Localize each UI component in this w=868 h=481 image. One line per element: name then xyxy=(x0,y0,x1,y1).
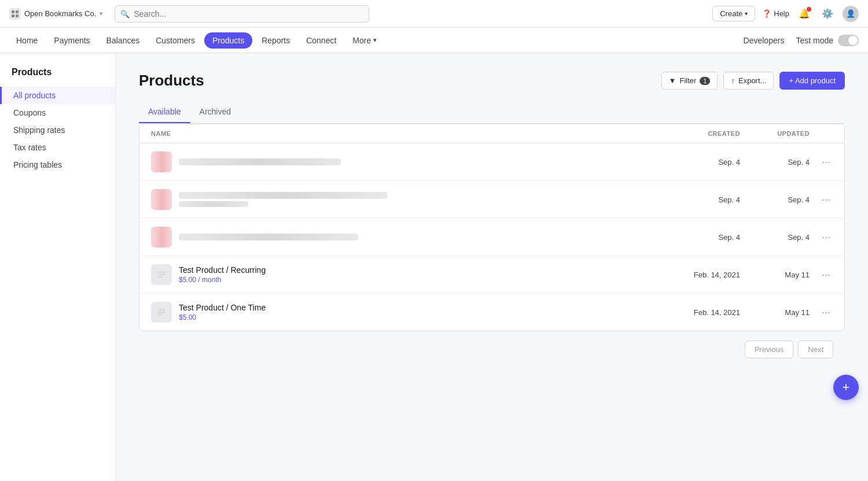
nav-item-reports[interactable]: Reports xyxy=(255,30,297,51)
row-thumbnail xyxy=(151,302,172,323)
row-created: Feb. 14, 2021 xyxy=(671,271,740,279)
pagination: Previous Next xyxy=(139,331,845,368)
header-actions: ▼ Filter 1 ↑ Export... + Add product xyxy=(661,72,845,90)
content-area: Products ▼ Filter 1 ↑ Export... + Add pr… xyxy=(116,53,868,481)
secondnav-right: Developers Test mode xyxy=(744,35,859,46)
avatar[interactable]: 👤 xyxy=(843,6,859,22)
floating-add-button[interactable]: + xyxy=(833,375,859,400)
page-title: Products xyxy=(139,72,204,90)
nav-item-connect[interactable]: Connect xyxy=(299,30,343,51)
blurred-name-3 xyxy=(179,234,358,240)
row-thumbnail xyxy=(151,189,172,210)
brand-icon xyxy=(9,8,21,20)
developers-link[interactable]: Developers xyxy=(744,36,785,45)
create-chevron-icon: ▾ xyxy=(745,10,748,17)
brand[interactable]: Open Bookmarks Co. ▾ xyxy=(9,8,103,20)
row-created: Sep. 4 xyxy=(671,195,740,204)
product-price: $5.00 / month xyxy=(179,276,266,284)
row-info: Test Product / Recurring $5.00 / month xyxy=(179,265,266,284)
table-row[interactable]: Sep. 4 Sep. 4 ··· xyxy=(139,181,844,219)
toggle-knob xyxy=(848,36,858,45)
row-name-cell: Test Product / One Time $5.00 xyxy=(151,302,671,323)
svg-rect-1 xyxy=(16,10,19,13)
row-created: Sep. 4 xyxy=(671,233,740,242)
table-row[interactable]: Test Product / Recurring $5.00 / month F… xyxy=(139,256,844,294)
nav-item-balances[interactable]: Balances xyxy=(100,30,147,51)
sidebar-item-all-products[interactable]: All products xyxy=(0,87,115,104)
sidebar-item-pricing-tables[interactable]: Pricing tables xyxy=(0,156,115,173)
test-mode-label: Test mode xyxy=(796,36,833,45)
help-icon: ❓ xyxy=(762,9,771,18)
row-more-button[interactable]: ··· xyxy=(810,229,833,246)
sidebar-item-coupons[interactable]: Coupons xyxy=(0,104,115,121)
table-row[interactable]: Test Product / One Time $5.00 Feb. 14, 2… xyxy=(139,294,844,331)
row-thumbnail xyxy=(151,227,172,247)
header-created: CREATED xyxy=(671,130,740,137)
tab-archived[interactable]: Archived xyxy=(190,101,240,123)
help-button[interactable]: ❓ Help xyxy=(762,9,789,18)
row-name-cell xyxy=(151,189,671,210)
row-name-cell xyxy=(151,151,671,172)
blurred-name-1 xyxy=(179,158,341,165)
previous-button[interactable]: Previous xyxy=(745,341,794,358)
filter-button[interactable]: ▼ Filter 1 xyxy=(661,72,718,90)
row-more-button[interactable]: ··· xyxy=(810,191,833,208)
notifications-button[interactable]: 🔔 xyxy=(796,6,812,22)
create-button[interactable]: Create ▾ xyxy=(712,6,755,21)
row-thumbnail xyxy=(151,151,172,172)
row-name-cell: Test Product / Recurring $5.00 / month xyxy=(151,264,671,285)
search-container: 🔍 xyxy=(115,5,369,23)
row-name-blurred-container xyxy=(179,234,358,240)
row-info: Test Product / One Time $5.00 xyxy=(179,303,266,321)
export-button[interactable]: ↑ Export... xyxy=(723,72,774,90)
nav-items: Home Payments Balances Customers Product… xyxy=(9,30,384,51)
main-layout: Products All products Coupons Shipping r… xyxy=(0,53,868,481)
table-row[interactable]: Sep. 4 Sep. 4 ··· xyxy=(139,219,844,256)
add-product-button[interactable]: + Add product xyxy=(779,72,845,90)
sidebar-title: Products xyxy=(0,67,115,87)
filter-badge: 1 xyxy=(700,77,710,85)
tabs: Available Archived xyxy=(139,101,845,124)
search-icon: 🔍 xyxy=(120,9,130,18)
secondary-nav: Home Payments Balances Customers Product… xyxy=(0,28,868,53)
tab-available[interactable]: Available xyxy=(139,101,190,123)
test-mode-switch[interactable] xyxy=(838,35,859,46)
topbar: Open Bookmarks Co. ▾ 🔍 Create ▾ ❓ Help 🔔… xyxy=(0,0,868,28)
nav-item-products[interactable]: Products xyxy=(204,32,252,49)
notification-badge xyxy=(807,7,811,12)
row-more-button[interactable]: ··· xyxy=(810,304,833,321)
sidebar-item-tax-rates[interactable]: Tax rates xyxy=(0,139,115,156)
sidebar-item-shipping-rates[interactable]: Shipping rates xyxy=(0,121,115,139)
product-name: Test Product / Recurring xyxy=(179,265,266,275)
products-table: NAME CREATED UPDATED Sep. 4 Sep. 4 ··· xyxy=(139,124,845,331)
nav-item-home[interactable]: Home xyxy=(9,30,45,51)
nav-item-payments[interactable]: Payments xyxy=(47,30,97,51)
row-updated: Sep. 4 xyxy=(740,158,810,166)
header-name: NAME xyxy=(151,130,671,137)
nav-item-more[interactable]: More ▾ xyxy=(345,30,384,51)
nav-item-customers[interactable]: Customers xyxy=(149,30,202,51)
svg-rect-2 xyxy=(12,14,14,17)
row-name-cell xyxy=(151,227,671,247)
more-chevron-icon: ▾ xyxy=(373,36,377,44)
content-header: Products ▼ Filter 1 ↑ Export... + Add pr… xyxy=(139,72,845,90)
row-more-button[interactable]: ··· xyxy=(810,267,833,283)
blurred-sub-2 xyxy=(179,201,248,207)
next-button[interactable]: Next xyxy=(798,341,833,358)
row-name-blurred-container xyxy=(179,192,387,207)
topbar-right: Create ▾ ❓ Help 🔔 ⚙️ 👤 xyxy=(712,6,859,22)
row-updated: Sep. 4 xyxy=(740,195,810,204)
svg-rect-3 xyxy=(16,14,19,17)
settings-button[interactable]: ⚙️ xyxy=(819,6,836,22)
row-updated: May 11 xyxy=(740,271,810,279)
row-more-button[interactable]: ··· xyxy=(810,154,833,171)
row-updated: Sep. 4 xyxy=(740,233,810,242)
table-row[interactable]: Sep. 4 Sep. 4 ··· xyxy=(139,143,844,181)
brand-chevron: ▾ xyxy=(100,10,103,17)
search-input[interactable] xyxy=(115,5,369,23)
brand-name: Open Bookmarks Co. xyxy=(24,9,96,18)
row-created: Feb. 14, 2021 xyxy=(671,308,740,317)
table-header: NAME CREATED UPDATED xyxy=(139,124,844,143)
row-name-blurred-container xyxy=(179,158,341,165)
sidebar: Products All products Coupons Shipping r… xyxy=(0,53,116,481)
